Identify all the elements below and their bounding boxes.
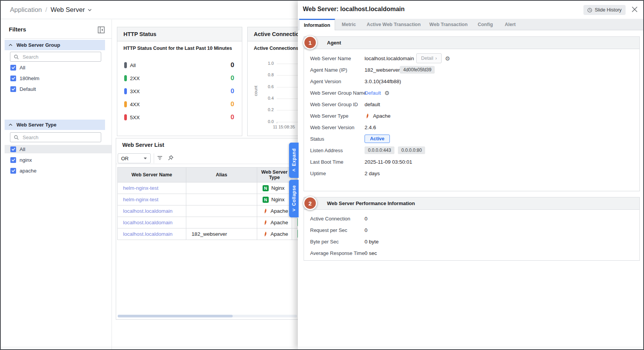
column-header-name[interactable]: Web Server Name: [118, 168, 186, 182]
alias-cell: [186, 194, 257, 205]
filter-option-nginx[interactable]: nginx: [5, 156, 112, 164]
http-status-card: HTTP Status HTTP Status Count for the La…: [117, 27, 242, 136]
http-status-row-4xx: 4XX 0: [124, 100, 234, 108]
type-label: Apache: [271, 208, 288, 214]
divider: [154, 153, 154, 163]
scrollbar-thumb[interactable]: [118, 315, 233, 317]
tab-active-web-transaction[interactable]: Active Web Transaction: [367, 19, 421, 30]
web-server-link[interactable]: localhost.localdomain: [123, 208, 172, 214]
type-label: Apache: [373, 113, 391, 119]
row-label: Last Boot Time: [310, 159, 343, 165]
status-label: 2XX: [130, 76, 140, 81]
performance-section-title: Web Server Performance Information: [304, 197, 639, 210]
checkbox-checked-icon[interactable]: [10, 157, 16, 163]
clock-icon: [587, 8, 592, 13]
tab-alert[interactable]: Alert: [505, 19, 516, 30]
tab-config[interactable]: Config: [478, 19, 493, 30]
group-search-box[interactable]: [10, 52, 101, 62]
group-search-input[interactable]: [22, 54, 89, 60]
info-row-uptime: Uptime 2 days: [304, 168, 639, 178]
tab-metric[interactable]: Metric: [342, 19, 356, 30]
http-status-subtitle: HTTP Status Count for the Last Past 10 M…: [123, 46, 232, 51]
collapse-panel-icon[interactable]: [98, 26, 105, 33]
tab-information[interactable]: Information: [299, 19, 335, 30]
status-count: 0: [231, 74, 234, 82]
chevron-up-icon[interactable]: [8, 44, 13, 46]
checkbox-checked-icon[interactable]: [10, 76, 16, 81]
type-search-box[interactable]: [10, 132, 101, 142]
performance-section: 2 Web Server Performance Information Act…: [304, 197, 640, 261]
filter-option-apache[interactable]: apache: [5, 166, 112, 175]
checkbox-checked-icon[interactable]: [10, 168, 16, 174]
row-value: Apache: [365, 113, 391, 119]
horizontal-scrollbar[interactable]: [118, 315, 297, 317]
chevron-up-icon[interactable]: [8, 123, 13, 126]
alias-cell: 182_webserver: [186, 228, 257, 240]
filter-section-web-server-group[interactable]: Web Server Group: [5, 40, 105, 50]
row-value: 2 days: [365, 171, 380, 176]
row-value: 0: [365, 216, 368, 222]
info-row-listen-address: Listen Address 0.0.0.0:443 0.0.0.0:80: [304, 145, 639, 155]
agent-id-badge: 4d00fe05fd39: [400, 66, 435, 74]
gear-icon[interactable]: ⚙: [384, 90, 389, 96]
web-server-link[interactable]: helm-nginx-test: [123, 197, 158, 202]
slide-history-button[interactable]: Slide History: [583, 5, 626, 15]
column-header-alias[interactable]: Alias: [186, 168, 257, 182]
web-server-link[interactable]: localhost.localdomain: [123, 231, 172, 237]
web-server-link[interactable]: helm-nginx-test: [123, 185, 158, 191]
collapse-tab[interactable]: Collapse >: [289, 180, 299, 217]
apache-icon: [365, 113, 370, 119]
expand-tab[interactable]: Expand <: [289, 143, 299, 178]
web-server-link[interactable]: localhost.localdomain: [123, 220, 172, 225]
web-server-list-title: Web Server List: [122, 142, 164, 148]
breadcrumb-web-server[interactable]: Web Server: [51, 6, 85, 14]
row-value: 182_webserver: [365, 67, 400, 73]
group-name-link[interactable]: Default: [365, 90, 381, 96]
operator-value: OR: [121, 156, 129, 161]
filter-option-all[interactable]: All: [5, 63, 112, 72]
app-window: Application / Web Server Filters Web Ser…: [0, 0, 644, 350]
filter-icon[interactable]: [156, 154, 164, 162]
row-value: 2.4.6: [365, 125, 376, 130]
breadcrumb-separator: /: [45, 6, 47, 14]
tab-web-transaction[interactable]: Web Transaction: [429, 19, 468, 30]
row-value: 0 byte: [365, 239, 379, 245]
pin-icon[interactable]: [167, 154, 175, 162]
checkbox-checked-icon[interactable]: [10, 86, 16, 92]
type-search-input[interactable]: [22, 134, 89, 141]
http-status-row-3xx: 3XX 0: [124, 87, 234, 95]
info-row-status: Status Active: [304, 134, 639, 144]
http-status-card-title: HTTP Status: [117, 27, 242, 41]
checkbox-checked-icon[interactable]: [10, 146, 16, 152]
filter-option-180helm[interactable]: 180helm: [5, 74, 112, 82]
status-count: 0: [231, 61, 234, 69]
info-row-web-server-version: Web Server Version 2.4.6: [304, 122, 639, 132]
breadcrumb-application[interactable]: Application: [10, 6, 42, 14]
filter-option-label: 180helm: [20, 76, 39, 81]
chevron-left-icon: <: [292, 168, 296, 172]
row-label: Web Server Type: [310, 113, 348, 119]
y-axis-label: count: [253, 86, 258, 96]
gear-icon[interactable]: ⚙: [445, 56, 450, 61]
slide-history-label: Slide History: [595, 7, 621, 13]
info-row-group-name: Web Server Group Name Default ⚙: [304, 88, 639, 98]
row-label: Web Server Group Name: [310, 90, 366, 96]
http-status-row-2xx: 2XX 0: [124, 74, 234, 82]
perf-row-byte-per-sec: Byte per Sec 0 byte: [304, 237, 639, 246]
filter-section-web-server-type[interactable]: Web Server Type: [5, 120, 105, 130]
filter-option-label: All: [20, 65, 25, 71]
row-label: Active Connection: [310, 216, 350, 222]
row-label: Agent Name (IP): [310, 67, 347, 73]
detail-button[interactable]: Detail ›: [416, 53, 442, 63]
filter-option-default[interactable]: Default: [5, 85, 112, 93]
column-header-type[interactable]: Web Server Type: [257, 168, 292, 182]
checkbox-checked-icon[interactable]: [10, 65, 16, 71]
perf-row-active-connection: Active Connection 0: [304, 214, 639, 223]
close-icon[interactable]: [631, 6, 639, 14]
chevron-down-icon[interactable]: [87, 8, 92, 12]
filter-operator-select[interactable]: OR: [118, 153, 151, 163]
divider: [5, 38, 112, 39]
expand-label: Expand: [291, 148, 297, 166]
chevron-right-icon: ›: [435, 56, 437, 61]
filter-option-all[interactable]: All: [5, 145, 112, 153]
